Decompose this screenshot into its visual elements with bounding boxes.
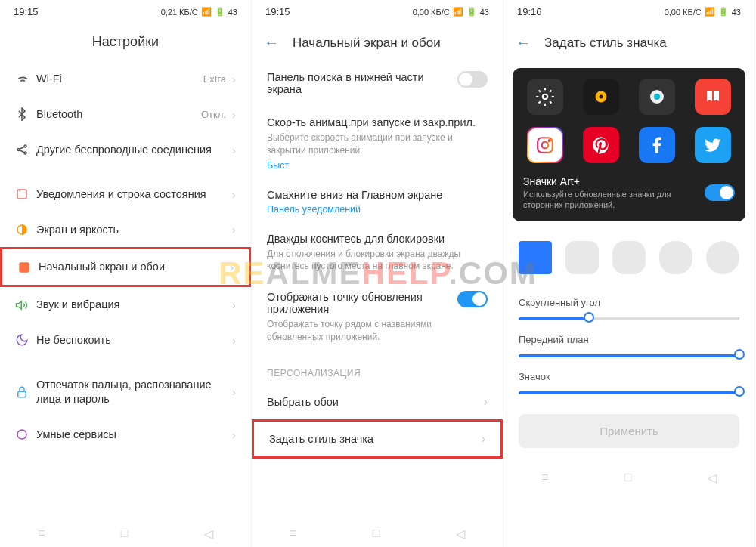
chevron-right-icon: ›	[484, 395, 488, 409]
status-net: 0,21 КБ/С	[161, 8, 198, 17]
status-right: 0,00 КБ/С 📶 🔋 43	[413, 7, 489, 17]
status-time: 19:15	[14, 6, 39, 17]
slider-knob[interactable]	[734, 386, 745, 397]
battery-icon: 🔋	[466, 7, 477, 17]
settings-item-label: Уведомления и строка состояния	[36, 187, 232, 202]
status-right: 0,00 КБ/С 📶 🔋 43	[665, 7, 741, 17]
nav-back-icon[interactable]: ◁	[456, 527, 465, 541]
option-search-bar[interactable]: Панель поиска в нижней части экрана	[252, 62, 503, 107]
option-link: Быст	[267, 160, 488, 171]
settings-item-label: Умные сервисы	[36, 428, 232, 442]
status-time: 19:16	[517, 6, 542, 17]
nav-menu-icon[interactable]: ≡	[541, 471, 548, 485]
slider-foreground: Передний план	[503, 325, 754, 362]
svg-point-10	[600, 95, 603, 99]
chevron-right-icon: ›	[232, 108, 236, 121]
signal-icon: 📶	[201, 7, 212, 17]
nav-back-icon[interactable]: ◁	[204, 527, 213, 541]
shape-option-circle[interactable]	[706, 241, 739, 274]
option-label: Выбрать обои	[267, 396, 339, 408]
settings-item-label: Wi-Fi	[36, 72, 203, 86]
nav-home-icon[interactable]: □	[121, 527, 129, 541]
settings-item-smart[interactable]: Умные сервисы ›	[0, 417, 251, 453]
settings-list: Wi-Fi Extra › Bluetooth Откл. › Другие б…	[0, 60, 251, 519]
settings-item-sound[interactable]: Звук и вибрация ›	[0, 287, 251, 323]
settings-item-display[interactable]: Экран и яркость ›	[0, 212, 251, 248]
back-arrow-icon[interactable]: ←	[264, 34, 279, 51]
settings-item-label: Звук и вибрация	[36, 298, 232, 312]
wifi-icon	[15, 71, 36, 86]
settings-item-notifications[interactable]: Уведомления и строка состояния ›	[0, 177, 251, 212]
smart-icon	[15, 428, 36, 441]
settings-item-value: Extra	[203, 73, 226, 85]
slider-track[interactable]	[519, 354, 739, 357]
slider-knob[interactable]	[584, 312, 594, 323]
slider-knob[interactable]	[734, 349, 745, 360]
nav-home-icon[interactable]: □	[373, 527, 380, 541]
home-icon	[17, 261, 39, 274]
svg-point-14	[542, 142, 549, 149]
notification-icon	[15, 187, 36, 201]
bluetooth-icon	[15, 107, 36, 121]
facebook-app-icon	[639, 127, 675, 163]
nav-home-icon[interactable]: □	[624, 471, 632, 485]
option-update-dot[interactable]: Отображать точку обновления приложения О…	[252, 282, 503, 353]
chevron-right-icon: ›	[232, 385, 236, 398]
navbar: ≡ □ ◁	[0, 519, 251, 547]
settings-item-dnd[interactable]: Не беспокоить ›	[0, 323, 251, 358]
status-battery: 43	[228, 8, 237, 17]
header: ← Начальный экран и обои	[252, 23, 503, 62]
option-title: Смахните вниз на Главном экране	[267, 189, 488, 201]
slider-track[interactable]	[519, 391, 739, 394]
nav-back-icon[interactable]: ◁	[708, 471, 717, 485]
status-right: 0,21 КБ/С 📶 🔋 43	[161, 7, 237, 17]
toggle-switch[interactable]	[705, 184, 735, 201]
shape-option-rounded3[interactable]	[659, 241, 692, 274]
settings-item-bluetooth[interactable]: Bluetooth Откл. ›	[0, 97, 251, 132]
option-label: Задать стиль значка	[269, 433, 373, 445]
slider-label: Передний план	[519, 334, 739, 345]
option-animation-speed[interactable]: Скор-ть анимац.при запуске и закр.прил. …	[252, 107, 503, 180]
settings-item-wifi[interactable]: Wi-Fi Extra ›	[0, 60, 251, 97]
nav-menu-icon[interactable]: ≡	[290, 527, 296, 541]
reader-app-icon	[695, 79, 731, 115]
svg-point-2	[24, 152, 26, 154]
slider-corner: Скругленный угол	[503, 288, 754, 325]
slider-track[interactable]	[519, 317, 739, 320]
chevron-right-icon: ›	[232, 73, 236, 85]
camera-app-icon	[639, 79, 675, 115]
nav-menu-icon[interactable]: ≡	[38, 527, 45, 541]
settings-item-security[interactable]: Отпечаток пальца, распознавание лица и п…	[0, 367, 251, 417]
preview-card: Значки Art+ Используйте обновленные знач…	[513, 68, 745, 221]
settings-item-label: Начальный экран и обои	[39, 260, 230, 274]
header: ← Задать стиль значка	[503, 23, 754, 62]
shape-option-square[interactable]	[519, 241, 552, 274]
back-arrow-icon[interactable]: ←	[516, 34, 531, 51]
status-net: 0,00 КБ/С	[413, 8, 450, 17]
brightness-icon	[15, 223, 36, 236]
svg-rect-3	[17, 190, 26, 199]
shape-option-rounded1[interactable]	[565, 241, 599, 274]
option-icon-style[interactable]: Задать стиль значка ›	[252, 419, 503, 459]
settings-item-label: Не беспокоить	[36, 333, 232, 348]
toggle-switch[interactable]	[457, 71, 488, 88]
pinterest-app-icon	[583, 127, 619, 163]
settings-item-homescreen[interactable]: Начальный экран и обои ›	[0, 247, 251, 287]
option-swipe-down[interactable]: Смахните вниз на Главном экране Панель у…	[252, 180, 503, 224]
navbar: ≡ □ ◁	[503, 463, 754, 491]
navbar: ≡ □ ◁	[252, 519, 503, 547]
toggle-switch[interactable]	[457, 291, 488, 307]
svg-rect-6	[18, 391, 26, 397]
shape-option-rounded2[interactable]	[612, 241, 646, 274]
apply-button[interactable]: Применить	[519, 414, 739, 448]
option-wallpaper[interactable]: Выбрать обои ›	[252, 385, 503, 419]
chevron-right-icon: ›	[232, 334, 236, 347]
option-double-tap-lock[interactable]: Дважды коснитесь для блокировки Для откл…	[252, 224, 503, 283]
svg-rect-5	[20, 263, 29, 272]
battery-icon: 🔋	[718, 7, 729, 17]
icon-style-screen: 19:16 0,00 КБ/С 📶 🔋 43 ← Задать стиль зн…	[503, 0, 755, 547]
settings-item-wireless[interactable]: Другие беспроводные соединения ›	[0, 132, 251, 168]
app-grid	[523, 79, 735, 163]
chevron-right-icon: ›	[230, 261, 234, 274]
options-list: Панель поиска в нижней части экрана Скор…	[252, 62, 503, 519]
